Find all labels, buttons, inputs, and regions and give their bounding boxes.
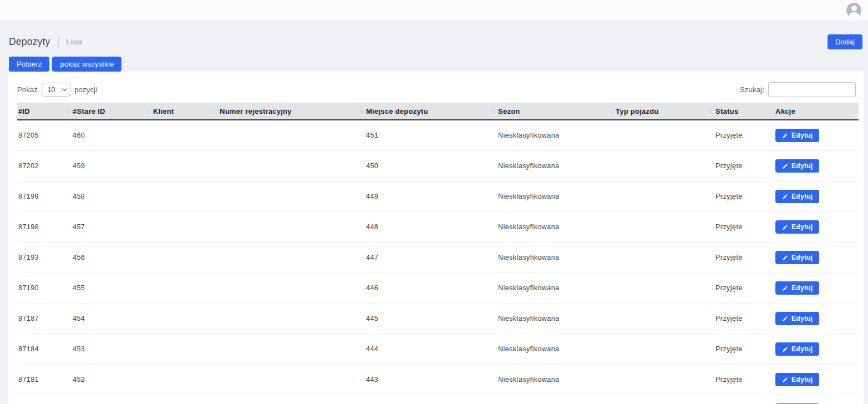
edit-button-label: Edytuj bbox=[791, 162, 813, 170]
cell-status: Przyjęte bbox=[715, 395, 775, 404]
edit-button-label: Edytuj bbox=[791, 376, 813, 383]
cell-klient bbox=[153, 120, 220, 151]
search-label: Szukaj: bbox=[740, 85, 764, 94]
cell-status: Przyjęte bbox=[715, 304, 775, 334]
edit-button[interactable]: Edytuj bbox=[775, 129, 819, 142]
cell-status: Przyjęte bbox=[715, 120, 775, 151]
edit-button[interactable]: Edytuj bbox=[775, 312, 819, 325]
cell-stare-id: 453 bbox=[73, 334, 153, 365]
column-header-klient[interactable]: Klient↑↓ bbox=[153, 103, 220, 120]
edit-button[interactable]: Edytuj bbox=[775, 373, 819, 386]
cell-klient bbox=[153, 181, 220, 212]
cell-akcje: Edytuj bbox=[775, 243, 859, 273]
table-row: 87205460451NiesklasyfikowanaPrzyjęteEdyt… bbox=[17, 120, 859, 151]
cell-klient bbox=[153, 334, 220, 365]
cell-sezon: Niesklasyfikowana bbox=[498, 365, 616, 395]
edit-button-label: Edytuj bbox=[791, 284, 813, 292]
cell-akcje: Edytuj bbox=[775, 395, 859, 404]
avatar-person-icon-body bbox=[849, 12, 859, 18]
page-size-label: Pokaż bbox=[17, 85, 38, 94]
cell-typ-pojazdu bbox=[616, 273, 715, 304]
column-header-sezon[interactable]: Sezon↑↓ bbox=[498, 103, 616, 120]
edit-button[interactable]: Edytuj bbox=[775, 220, 819, 234]
cell-stare-id: 452 bbox=[73, 365, 153, 395]
actions-row: Pobierz pokaż wszystkie bbox=[9, 57, 862, 72]
cell-stare-id: 459 bbox=[73, 151, 153, 181]
edit-button[interactable]: Edytuj bbox=[775, 281, 819, 295]
cell-akcje: Edytuj bbox=[775, 151, 859, 181]
cell-sezon: Niesklasyfikowana bbox=[498, 120, 616, 151]
search-wrap: Szukaj: bbox=[740, 82, 856, 97]
pencil-icon bbox=[782, 346, 788, 352]
avatar-person-icon bbox=[851, 6, 857, 11]
column-header--stare-id[interactable]: #Stare ID↑↓ bbox=[73, 103, 153, 120]
sort-icon: ↑↓ bbox=[491, 108, 495, 114]
deposits-card: Pokaż 10 pozycji Szukaj: #ID↑↓#Stare ID↑… bbox=[8, 72, 864, 404]
edit-button-label: Edytuj bbox=[791, 193, 813, 200]
table-row: 87187454445NiesklasyfikowanaPrzyjęteEdyt… bbox=[17, 304, 859, 334]
edit-button-label: Edytuj bbox=[791, 132, 813, 139]
sort-icon: ↑↓ bbox=[709, 108, 712, 114]
cell-akcje: Edytuj bbox=[775, 273, 859, 304]
deposits-table: #ID↑↓#Stare ID↑↓Klient↑↓Numer rejestracy… bbox=[17, 103, 859, 404]
title-divider bbox=[58, 36, 59, 48]
edit-button[interactable]: Edytuj bbox=[775, 342, 819, 356]
cell-status: Przyjęte bbox=[715, 365, 775, 395]
edit-button-label: Edytuj bbox=[791, 315, 813, 322]
column-header-status: Status bbox=[715, 103, 775, 120]
column-header-akcje[interactable]: Akcje↑↓ bbox=[775, 103, 859, 120]
column-header-typ-pojazdu[interactable]: Typ pojazdu↑↓ bbox=[616, 103, 715, 120]
edit-button[interactable]: Edytuj bbox=[775, 251, 819, 264]
show-all-button[interactable]: pokaż wszystkie bbox=[52, 57, 121, 72]
download-button[interactable]: Pobierz bbox=[9, 57, 49, 72]
breadcrumb: Lista bbox=[67, 38, 83, 46]
edit-button[interactable]: Edytuj bbox=[775, 159, 819, 173]
cell-miejsce-depozytu: 448 bbox=[366, 212, 498, 243]
table-row: 87181452443NiesklasyfikowanaPrzyjęteEdyt… bbox=[17, 365, 859, 395]
cell-klient bbox=[153, 243, 220, 273]
cell-id: 87187 bbox=[17, 304, 73, 334]
cell-typ-pojazdu bbox=[616, 395, 715, 404]
table-controls: Pokaż 10 pozycji Szukaj: bbox=[17, 82, 856, 97]
cell-typ-pojazdu bbox=[616, 120, 715, 151]
cell-stare-id: 451 bbox=[73, 395, 153, 404]
cell-numer-rejestracyjny bbox=[220, 334, 366, 365]
cell-miejsce-depozytu: 443 bbox=[366, 365, 498, 395]
add-button[interactable]: Dodaj bbox=[828, 34, 862, 49]
page-size-select-wrap: 10 bbox=[42, 83, 70, 97]
edit-button[interactable]: Edytuj bbox=[775, 190, 819, 203]
cell-akcje: Edytuj bbox=[775, 365, 859, 395]
top-navbar bbox=[0, 0, 868, 21]
cell-numer-rejestracyjny bbox=[220, 273, 366, 304]
cell-id: 87205 bbox=[17, 120, 73, 151]
page-title: Depozyty bbox=[9, 36, 50, 48]
cell-miejsce-depozytu: 446 bbox=[366, 273, 498, 304]
cell-typ-pojazdu bbox=[616, 151, 715, 181]
cell-typ-pojazdu bbox=[616, 181, 715, 212]
cell-klient bbox=[153, 212, 220, 243]
cell-id: 87193 bbox=[17, 243, 73, 273]
cell-id: 87178 bbox=[17, 395, 73, 404]
page-size-select[interactable]: 10 bbox=[42, 83, 70, 97]
column-header--id[interactable]: #ID↑↓ bbox=[17, 103, 73, 120]
entries-label: pozycji bbox=[74, 85, 97, 94]
pencil-icon bbox=[782, 316, 788, 322]
cell-akcje: Edytuj bbox=[775, 120, 859, 151]
cell-stare-id: 455 bbox=[73, 273, 153, 304]
cell-sezon: Niesklasyfikowana bbox=[498, 304, 616, 334]
user-avatar[interactable] bbox=[846, 3, 861, 18]
column-header-numer-rejestracyjny[interactable]: Numer rejestracyjny↑↓ bbox=[220, 103, 366, 120]
cell-sezon: Niesklasyfikowana bbox=[498, 181, 616, 212]
column-header-miejsce-depozytu[interactable]: Miejsce depozytu↑↓ bbox=[366, 103, 498, 120]
cell-id: 87184 bbox=[17, 334, 73, 365]
cell-status: Przyjęte bbox=[715, 334, 775, 365]
pencil-icon bbox=[782, 133, 788, 139]
cell-status: Przyjęte bbox=[715, 151, 775, 181]
cell-id: 87199 bbox=[17, 181, 73, 212]
cell-numer-rejestracyjny bbox=[220, 151, 366, 181]
sort-icon: ↑↓ bbox=[852, 108, 855, 114]
search-input[interactable] bbox=[768, 82, 856, 97]
edit-button-label: Edytuj bbox=[791, 254, 813, 261]
cell-akcje: Edytuj bbox=[775, 212, 859, 243]
cell-id: 87181 bbox=[17, 365, 73, 395]
